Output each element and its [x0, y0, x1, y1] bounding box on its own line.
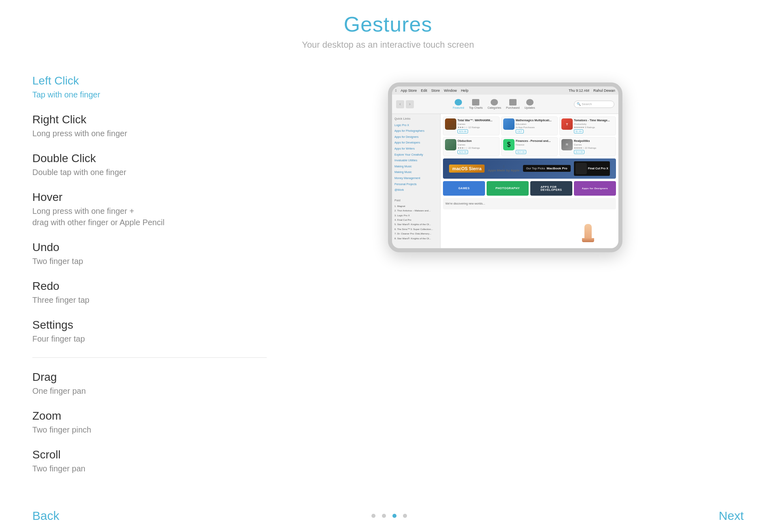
gesture-item-hover: HoverLong press with one finger + drag w…: [32, 191, 267, 228]
finger-hint: [582, 224, 594, 244]
gesture-item-settings: SettingsFour finger tap: [32, 319, 267, 344]
mac-menubar:  App Store Edit Store Window Help Thu 9…: [392, 87, 618, 95]
gesture-item-drag: DragOne finger pan: [32, 371, 267, 397]
content-area: Left ClickTap with one fingerRight Click…: [0, 58, 776, 487]
gesture-description-settings: Four finger tap: [32, 333, 267, 344]
gesture-item-zoom: ZoomTwo finger pinch: [32, 410, 267, 435]
gesture-name-hover: Hover: [32, 191, 267, 204]
gesture-name-double-click: Double Click: [32, 152, 267, 165]
gesture-name-undo: Undo: [32, 241, 267, 254]
page-header: Gestures Your desktop as an interactive …: [0, 0, 776, 50]
next-button[interactable]: Next: [719, 509, 744, 523]
gestures-list: Left ClickTap with one fingerRight Click…: [32, 74, 267, 487]
gesture-name-settings: Settings: [32, 319, 267, 331]
nav-dot-1[interactable]: [371, 514, 375, 518]
gesture-item-redo: RedoThree finger tap: [32, 280, 267, 306]
gesture-name-left-click: Left Click: [32, 74, 267, 87]
page-title: Gestures: [0, 12, 776, 36]
gesture-description-zoom: Two finger pinch: [32, 424, 267, 435]
appstore-toolbar: ‹ › Featured Top Charts: [392, 95, 618, 114]
gesture-description-undo: Two finger tap: [32, 255, 267, 267]
gesture-name-redo: Redo: [32, 280, 267, 293]
nav-dot-4[interactable]: [403, 514, 407, 518]
ipad-screen:  App Store Edit Store Window Help Thu 9…: [392, 87, 618, 248]
gesture-description-redo: Three finger tap: [32, 294, 267, 306]
gesture-item-scroll: ScrollTwo finger pan: [32, 448, 267, 474]
appstore-sidebar: Quick Links Logic Pro X Apps for Photogr…: [392, 114, 441, 248]
gesture-divider: [32, 357, 267, 358]
gesture-description-scroll: Two finger pan: [32, 463, 267, 474]
gesture-description-hover: Long press with one finger + drag with o…: [32, 205, 267, 228]
ipad-frame:  App Store Edit Store Window Help Thu 9…: [388, 82, 622, 252]
gesture-name-zoom: Zoom: [32, 410, 267, 422]
nav-dots: [371, 514, 407, 518]
gesture-description-left-click: Tap with one finger: [32, 89, 267, 100]
gesture-item-right-click: Right ClickLong press with one finger: [32, 113, 267, 139]
gesture-description-double-click: Double tap with one finger: [32, 167, 267, 178]
page-subtitle: Your desktop as an interactive touch scr…: [0, 40, 776, 50]
nav-dot-2[interactable]: [382, 514, 386, 518]
gesture-description-drag: One finger pan: [32, 385, 267, 397]
ipad-container:  App Store Edit Store Window Help Thu 9…: [267, 74, 744, 487]
gesture-name-drag: Drag: [32, 371, 267, 384]
gesture-item-double-click: Double ClickDouble tap with one finger: [32, 152, 267, 178]
back-button[interactable]: Back: [32, 509, 59, 523]
gesture-name-right-click: Right Click: [32, 113, 267, 126]
gesture-item-undo: UndoTwo finger tap: [32, 241, 267, 267]
gesture-item-left-click: Left ClickTap with one finger: [32, 74, 267, 100]
bottom-nav: Back Next: [0, 500, 776, 532]
gesture-name-scroll: Scroll: [32, 448, 267, 461]
nav-dot-3[interactable]: [392, 514, 396, 518]
gesture-description-right-click: Long press with one finger: [32, 128, 267, 139]
